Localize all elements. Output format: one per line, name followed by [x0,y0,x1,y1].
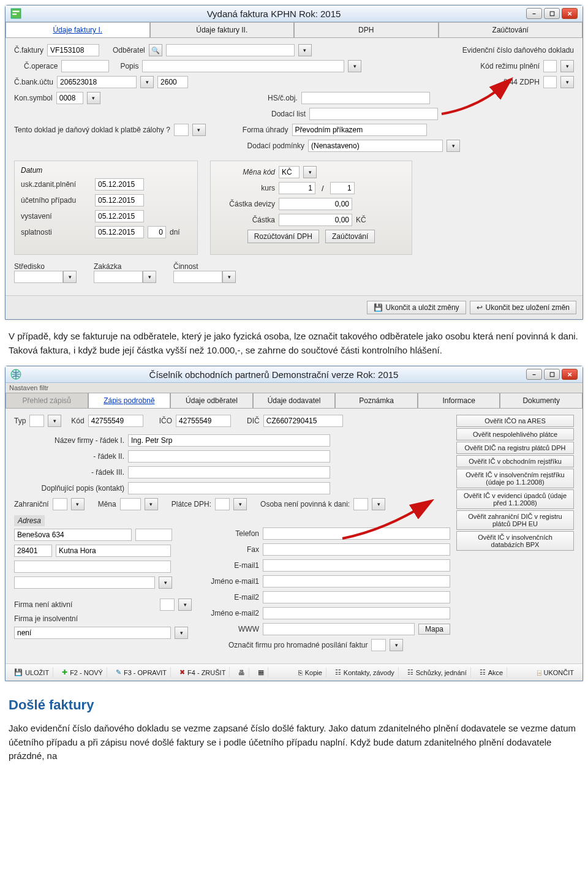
odberatel-lookup-icon[interactable]: 🔍 [149,44,162,56]
firma-akt-input[interactable] [160,599,175,611]
kodrezimu-dropdown[interactable]: ▾ [560,60,574,72]
cancel-close-button[interactable]: ↩Ukončit bez uložení změn [470,301,576,314]
tento-dropdown[interactable]: ▾ [192,124,206,136]
tb-kontakty[interactable]: ☷Kontakty, závody [331,667,399,678]
odberatel-dropdown[interactable]: ▾ [298,44,312,56]
tb-f3[interactable]: ✎F3 - OPRAVIT [112,667,171,678]
dodpod-input[interactable] [308,140,443,152]
tab-dph[interactable]: DPH [294,22,439,37]
sidebtn-dic-reg[interactable]: Ověřit DIČ na registru plátců DPH [456,442,574,454]
sidebtn-zahr-dic[interactable]: Ověřit zahraniční DIČ v registru plátců … [456,510,574,530]
tb-kopie[interactable]: ⎘Kopie [295,668,326,678]
typ-dropdown[interactable]: ▾ [48,415,61,427]
tab-udaje-2[interactable]: Údaje faktury II. [150,22,295,37]
tab-zapis[interactable]: Zápis podrobně [88,393,171,408]
tb-ulozit[interactable]: 💾ULOŽIT [10,667,53,678]
oznacit-input[interactable] [371,639,386,651]
stredisko-dropdown[interactable]: ▾ [63,271,77,283]
coperace-input[interactable] [61,60,109,72]
jmeno2-input[interactable] [263,607,450,619]
tab-udaje-dod[interactable]: Údaje dodavatel [253,393,336,408]
date4-input[interactable] [95,226,144,238]
osoba-dropdown[interactable]: ▾ [372,498,385,510]
cfaktury-input[interactable] [47,44,99,56]
fax-input[interactable] [263,543,450,556]
kod-input[interactable] [88,415,143,427]
sidebtn-bpx[interactable]: Ověřit IČ v insolvenčních databázích BPX [456,531,574,551]
www-input[interactable] [263,623,415,635]
cinnost-input[interactable] [173,271,222,283]
close-button[interactable]: ✕ [562,8,578,19]
tab-udaje-odb[interactable]: Údaje odběratel [170,393,253,408]
tb-extra2[interactable]: ▦ [254,667,268,678]
sidebtn-ares[interactable]: Ověřit IČO na ARES [456,415,574,427]
popis-input[interactable] [142,60,344,72]
cbank2-input[interactable] [157,76,188,88]
s44-dropdown[interactable]: ▾ [560,76,574,88]
tab-dokumenty[interactable]: Dokumenty [500,393,582,408]
addr-zip-input[interactable] [14,545,52,557]
cbank-input[interactable] [57,76,137,88]
cbank-dropdown[interactable]: ▾ [140,76,154,88]
tb-f4[interactable]: ✖F4 - ZRUŠIT [176,667,230,678]
sidebtn-nespoleh[interactable]: Ověřit nespolehlivého plátce [456,428,574,440]
jmeno1-input[interactable] [263,575,450,587]
save-close-button[interactable]: 💾Ukončit a uložit změny [367,301,466,314]
mapa-button[interactable]: Mapa [418,624,450,635]
neni-input[interactable] [14,627,171,639]
konsymbol-input[interactable] [56,92,83,104]
tab-poznamka[interactable]: Poznámka [335,393,418,408]
tb-extra1[interactable]: 🖶 [235,668,249,678]
addr-city-input[interactable] [56,545,171,557]
mena2-dropdown[interactable]: ▾ [145,498,158,510]
mena2-input[interactable] [120,498,141,510]
ico-input[interactable] [176,415,231,427]
mena-input[interactable] [279,166,300,178]
tab-udaje-1[interactable]: Údaje faktury I. [6,22,150,37]
tento-input[interactable] [174,124,189,136]
addr-row4-input[interactable] [14,576,155,589]
dni-input[interactable] [148,226,166,238]
addr-extra1-input[interactable] [135,529,172,541]
email1-input[interactable] [263,559,450,572]
minimize-button[interactable]: – [526,8,542,19]
zakazka-dropdown[interactable]: ▾ [143,271,156,283]
forma-input[interactable] [292,124,427,136]
addr-row3-input[interactable] [14,561,171,573]
dopl-input[interactable] [128,482,330,494]
firma-akt-dropdown[interactable]: ▾ [178,599,192,611]
nazev3-input[interactable] [128,466,330,478]
zakazka-input[interactable] [94,271,143,283]
sidebtn-insolv-2008[interactable]: Ověřit IČ v insolvenčním rejstříku (údaj… [456,469,574,488]
sidebtn-obchodni[interactable]: Ověřit IČ v obchodním rejstříku [456,455,574,467]
tb-ukoncit[interactable]: ⍈UKONČIT [533,668,578,678]
date2-input[interactable] [95,194,144,206]
stredisko-input[interactable] [14,271,63,283]
nazev1-input[interactable] [128,434,330,447]
addr-street-input[interactable] [14,529,132,541]
tb-akce[interactable]: ☷Akce [476,667,507,678]
close-button-2[interactable]: ✕ [562,369,578,380]
kurs1-input[interactable] [279,182,315,194]
oznacit-dropdown[interactable]: ▾ [390,639,403,651]
maximize-button[interactable]: ☐ [544,8,560,19]
rozuctovani-button[interactable]: Rozúčtování DPH [247,230,319,243]
email2-input[interactable] [263,591,450,603]
tab-prehled[interactable]: Přehled zápisů [6,393,88,408]
platce-input[interactable] [215,498,230,510]
popis-dropdown[interactable]: ▾ [348,60,361,72]
zauctovani-button[interactable]: Zaúčtování [325,230,375,243]
dic-input[interactable] [263,415,343,427]
date1-input[interactable] [95,178,144,191]
addr-row4-dropdown[interactable]: ▾ [159,576,172,589]
nazev2-input[interactable] [128,450,330,463]
typ-input[interactable] [29,415,44,427]
telefon-input[interactable] [263,527,450,540]
kodrezimu-input[interactable] [543,60,557,72]
dodaci-input[interactable] [309,108,438,120]
odberatel-input[interactable] [166,44,295,56]
dodpod-dropdown[interactable]: ▾ [447,140,460,152]
castka-input[interactable] [279,214,352,226]
date3-input[interactable] [95,210,144,222]
minimize-button-2[interactable]: – [526,369,542,380]
